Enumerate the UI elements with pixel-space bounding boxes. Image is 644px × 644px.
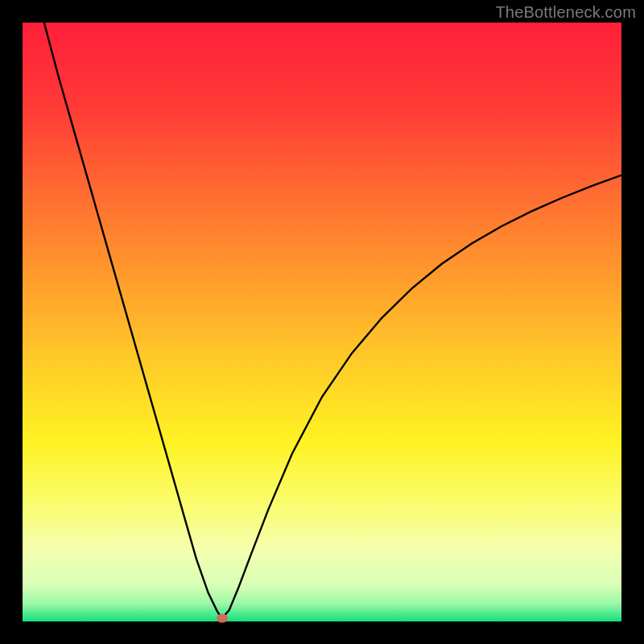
plot-area: [23, 23, 621, 621]
selected-point-marker: [217, 614, 228, 623]
curve-path: [44, 23, 621, 618]
bottleneck-curve: [23, 23, 621, 621]
chart-frame: TheBottleneck.com: [0, 0, 644, 644]
watermark-label: TheBottleneck.com: [495, 3, 636, 22]
